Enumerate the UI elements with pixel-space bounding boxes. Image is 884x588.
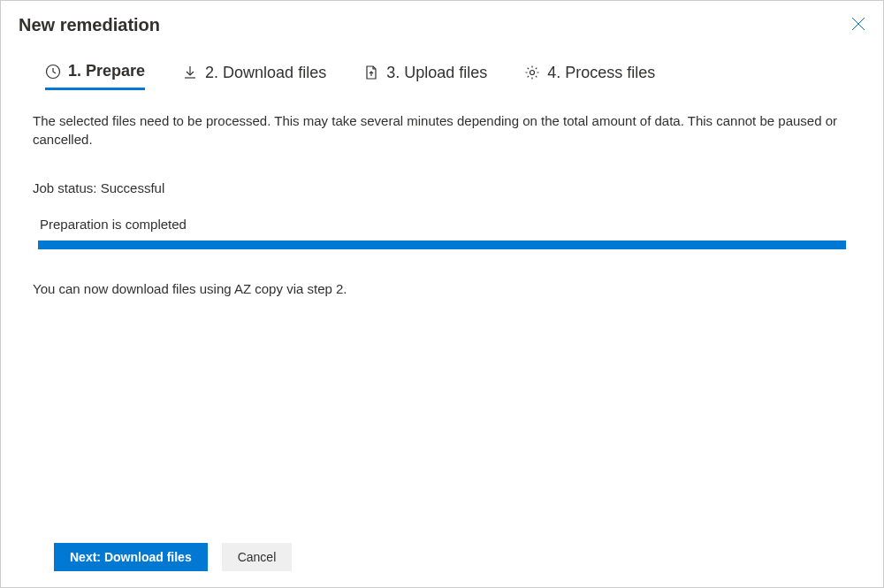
hint-text: You can now download files using AZ copy… xyxy=(33,281,851,296)
tab-upload[interactable]: 3. Upload files xyxy=(363,62,487,90)
close-icon xyxy=(851,17,865,34)
wizard-tabs: 1. Prepare 2. Download files 3. Upload f… xyxy=(1,42,883,90)
tab-download[interactable]: 2. Download files xyxy=(182,62,326,90)
tab-prepare[interactable]: 1. Prepare xyxy=(45,62,145,90)
close-button[interactable] xyxy=(848,15,869,36)
progress-label: Preparation is completed xyxy=(33,217,851,232)
svg-point-3 xyxy=(530,71,535,75)
tab-label: 2. Download files xyxy=(205,64,326,82)
next-button[interactable]: Next: Download files xyxy=(54,543,208,571)
progress-bar xyxy=(38,241,846,249)
job-status: Job status: Successful xyxy=(33,180,851,195)
upload-doc-icon xyxy=(363,65,379,80)
tab-label: 3. Upload files xyxy=(386,64,487,82)
gear-icon xyxy=(524,65,540,80)
clock-icon xyxy=(45,64,61,80)
dialog-header: New remediation xyxy=(1,1,883,42)
tab-process[interactable]: 4. Process files xyxy=(524,62,655,90)
tab-label: 1. Prepare xyxy=(68,62,145,80)
status-value: Successful xyxy=(101,180,165,195)
content-area: The selected files need to be processed.… xyxy=(1,90,883,296)
tab-label: 4. Process files xyxy=(547,64,655,82)
status-label: Job status: xyxy=(33,180,97,195)
cancel-button[interactable]: Cancel xyxy=(222,543,293,571)
description-text: The selected files need to be processed.… xyxy=(33,111,851,149)
progress-bar-container xyxy=(33,241,851,249)
download-icon xyxy=(182,65,198,80)
dialog-title: New remediation xyxy=(19,15,160,35)
dialog-footer: Next: Download files Cancel xyxy=(54,543,292,571)
